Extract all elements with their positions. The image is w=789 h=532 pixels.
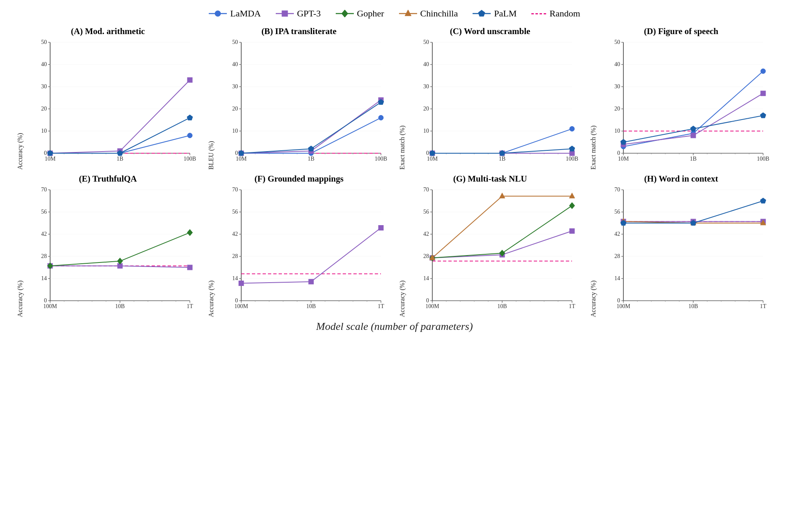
svg-rect-54 <box>187 78 192 83</box>
svg-point-1 <box>215 11 221 16</box>
svg-text:1T: 1T <box>760 303 766 309</box>
svg-text:42: 42 <box>614 231 620 237</box>
svg-text:42: 42 <box>41 231 47 237</box>
chart-b: (B) IPA transliterateBLEU (%)01020304050… <box>208 26 390 170</box>
svg-line-250 <box>50 261 120 266</box>
y-axis-label-g: Accuracy (%) <box>399 186 406 317</box>
legend-label-chinchilla: Chinchilla <box>420 8 458 19</box>
charts-grid: (A) Mod. arithmeticAccuracy (%)010203040… <box>16 26 773 317</box>
svg-text:0: 0 <box>44 297 47 304</box>
svg-line-56 <box>120 118 190 153</box>
svg-text:100B: 100B <box>757 156 769 162</box>
svg-text:56: 56 <box>614 209 620 215</box>
svg-text:1T: 1T <box>378 303 384 309</box>
chart-svg-a: 0102030405010M1B100B <box>25 38 198 170</box>
svg-point-149 <box>570 127 574 131</box>
svg-text:1B: 1B <box>690 156 697 162</box>
svg-point-99 <box>378 115 383 120</box>
chart-g: (G) Multi-task NLUAccuracy (%)0142842567… <box>399 174 581 317</box>
svg-text:0: 0 <box>617 150 620 156</box>
chart-title-e: (E) TruthfulQA <box>79 174 137 184</box>
x-axis-global-label: Model scale (number of parameters) <box>316 320 473 333</box>
svg-text:30: 30 <box>423 83 429 90</box>
svg-text:28: 28 <box>41 253 47 259</box>
svg-line-331 <box>502 231 572 255</box>
svg-point-49 <box>187 133 192 138</box>
legend-item-random: Random <box>531 8 580 19</box>
svg-line-196 <box>693 71 763 133</box>
svg-text:10B: 10B <box>497 303 507 309</box>
svg-marker-344 <box>569 193 574 198</box>
svg-marker-59 <box>187 115 193 120</box>
chart-svg-b: 0102030405010M1B100B <box>217 38 389 170</box>
svg-text:50: 50 <box>614 39 620 45</box>
y-axis-label-c: Exact match (%) <box>399 38 406 170</box>
svg-line-201 <box>693 93 763 136</box>
svg-text:28: 28 <box>232 253 238 259</box>
svg-text:10M: 10M <box>236 156 247 162</box>
legend-label-random: Random <box>549 8 580 19</box>
svg-marker-159 <box>569 146 575 151</box>
svg-text:28: 28 <box>614 253 620 259</box>
legend: LaMDAGPT-3GopherChinchillaPaLMRandom <box>209 8 580 19</box>
svg-rect-154 <box>570 151 574 156</box>
svg-text:0: 0 <box>617 297 620 304</box>
legend-icon-chinchilla <box>399 10 417 17</box>
legend-item-lamda: LaMDA <box>209 8 261 19</box>
chart-svg-h: 01428425670100M10B1T <box>599 186 771 317</box>
svg-text:14: 14 <box>423 275 429 281</box>
svg-text:1T: 1T <box>569 303 575 309</box>
chart-a: (A) Mod. arithmeticAccuracy (%)010203040… <box>16 26 199 170</box>
svg-text:14: 14 <box>41 275 47 281</box>
svg-text:40: 40 <box>423 61 429 67</box>
svg-text:100B: 100B <box>566 156 578 162</box>
svg-text:0: 0 <box>426 150 429 156</box>
y-axis-label-d: Exact match (%) <box>590 38 597 170</box>
legend-item-palm: PaLM <box>473 8 517 19</box>
chart-title-g: (G) Multi-task NLU <box>453 174 527 184</box>
legend-icon-gpt-3 <box>276 10 294 17</box>
legend-item-chinchilla: Chinchilla <box>399 8 458 19</box>
svg-text:56: 56 <box>423 209 429 215</box>
svg-text:70: 70 <box>41 187 47 193</box>
main-container: LaMDAGPT-3GopherChinchillaPaLMRandom (A)… <box>0 0 789 532</box>
svg-rect-292 <box>239 281 244 286</box>
svg-text:10B: 10B <box>306 303 316 309</box>
svg-text:30: 30 <box>232 83 238 90</box>
svg-text:1T: 1T <box>187 303 193 309</box>
svg-line-336 <box>502 206 572 253</box>
chart-title-d: (D) Figure of speech <box>644 26 718 37</box>
svg-text:30: 30 <box>614 83 620 90</box>
svg-line-340 <box>432 196 502 258</box>
chart-title-f: (F) Grounded mappings <box>254 174 344 184</box>
svg-text:56: 56 <box>232 209 238 215</box>
svg-text:1B: 1B <box>308 156 314 162</box>
legend-icon-lamda <box>209 10 227 17</box>
svg-text:10: 10 <box>423 128 429 134</box>
chart-title-a: (A) Mod. arithmetic <box>71 26 145 37</box>
legend-icon-gopher <box>336 10 354 17</box>
svg-line-46 <box>120 136 190 153</box>
svg-marker-207 <box>621 139 626 145</box>
svg-text:40: 40 <box>614 61 620 67</box>
svg-text:10: 10 <box>614 128 620 134</box>
svg-marker-208 <box>690 126 696 131</box>
svg-text:1B: 1B <box>499 156 505 162</box>
svg-text:42: 42 <box>423 231 429 237</box>
svg-text:20: 20 <box>614 106 620 112</box>
legend-label-lamda: LaMDA <box>230 8 261 19</box>
svg-rect-293 <box>309 279 314 284</box>
svg-line-290 <box>241 282 311 283</box>
svg-marker-9 <box>478 10 485 16</box>
svg-text:56: 56 <box>41 209 47 215</box>
svg-marker-7 <box>405 10 411 16</box>
svg-text:10B: 10B <box>688 303 698 309</box>
svg-line-51 <box>120 80 190 151</box>
svg-text:20: 20 <box>41 106 47 112</box>
svg-rect-203 <box>691 133 696 138</box>
chart-svg-c: 0102030405010M1B100B <box>408 38 580 170</box>
svg-text:10: 10 <box>41 128 47 134</box>
chart-svg-g: 01428425670100M10B1T <box>408 186 580 317</box>
svg-text:70: 70 <box>423 187 429 193</box>
svg-marker-394 <box>760 198 766 203</box>
